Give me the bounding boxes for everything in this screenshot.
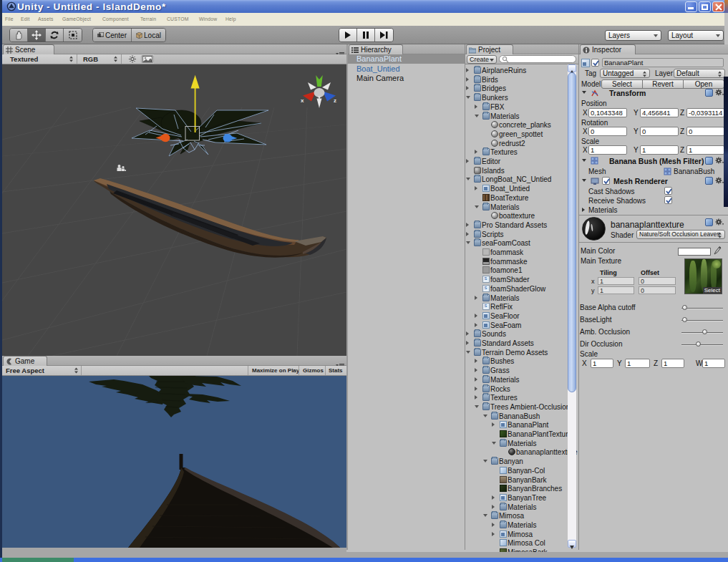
svg-text:z: z	[334, 97, 336, 104]
svg-text:x: x	[301, 97, 304, 104]
